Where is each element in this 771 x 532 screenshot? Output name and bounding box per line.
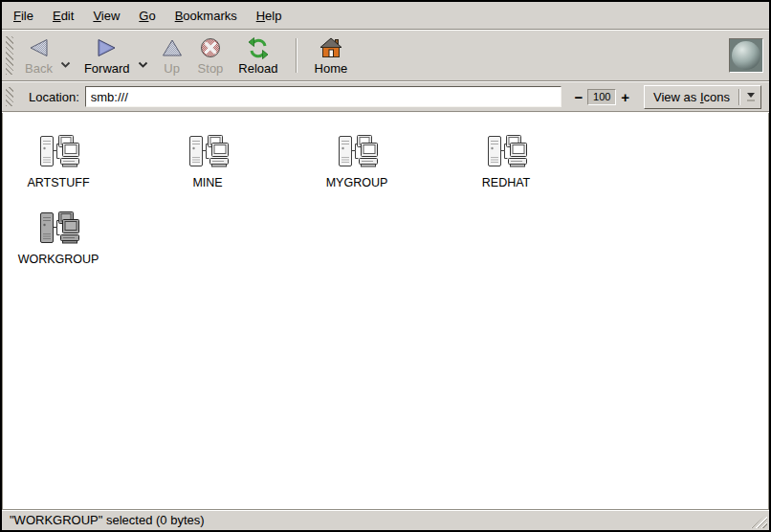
back-button[interactable]: Back — [17, 33, 60, 78]
menu-go[interactable]: Go — [129, 4, 165, 28]
toolbar-separator — [296, 38, 297, 73]
icon-row: ARTSTUFF MINE MYGROUP REDHAT — [11, 134, 768, 211]
toolbar-grip-handle[interactable] — [6, 36, 13, 75]
workgroup-item-mygroup[interactable]: MYGROUP — [309, 134, 405, 211]
file-manager-window: File Edit View Go Bookmarks Help Back Fo… — [0, 0, 771, 532]
network-workgroup-icon — [35, 134, 81, 172]
location-bar: Location: − 100 + View as Icons — [2, 82, 769, 111]
zoom-level-display: 100 — [587, 89, 616, 105]
globe-throbber-icon — [729, 38, 763, 73]
menu-view[interactable]: View — [83, 4, 129, 28]
location-input[interactable] — [85, 86, 562, 107]
forward-arrow-icon — [97, 36, 118, 59]
workgroup-item-mine[interactable]: MINE — [160, 134, 255, 211]
network-workgroup-icon — [483, 134, 529, 172]
workgroup-item-artstuff[interactable]: ARTSTUFF — [11, 134, 106, 211]
view-mode-dropdown[interactable]: View as Icons — [644, 85, 761, 109]
network-workgroup-icon — [35, 211, 81, 249]
forward-button[interactable]: Forward — [77, 33, 138, 78]
menu-edit[interactable]: Edit — [43, 4, 83, 28]
up-arrow-icon — [162, 36, 183, 59]
home-button[interactable]: Home — [307, 33, 356, 78]
workgroup-item-redhat[interactable]: REDHAT — [458, 134, 554, 211]
stop-icon — [200, 36, 221, 59]
status-text: "WORKGROUP" selected (0 bytes) — [10, 513, 205, 527]
forward-history-chevron-icon[interactable] — [138, 61, 148, 68]
icon-view[interactable]: ARTSTUFF MINE MYGROUP REDHAT WORKGROUP — [2, 113, 769, 509]
network-workgroup-icon — [334, 134, 380, 172]
menu-bar: File Edit View Go Bookmarks Help — [2, 2, 769, 29]
reload-button[interactable]: Reload — [231, 33, 285, 78]
resize-grip-handle[interactable] — [751, 514, 767, 528]
workgroup-item-workgroup[interactable]: WORKGROUP — [11, 211, 106, 287]
stop-button[interactable]: Stop — [190, 33, 231, 78]
dropdown-arrow-icon — [745, 93, 760, 101]
menu-file[interactable]: File — [4, 4, 43, 28]
dropdown-separator — [738, 89, 740, 105]
toolbar: Back Forward Up — [2, 31, 769, 80]
up-button[interactable]: Up — [154, 33, 190, 78]
reload-icon — [247, 36, 270, 59]
status-bar: "WORKGROUP" selected (0 bytes) — [2, 509, 769, 530]
icon-row: WORKGROUP — [11, 211, 768, 287]
back-arrow-icon — [28, 36, 49, 59]
zoom-out-button[interactable]: − — [569, 89, 587, 105]
view-mode-label: View as Icons — [653, 90, 730, 104]
location-bar-grip-handle[interactable] — [6, 87, 13, 106]
zoom-in-button[interactable]: + — [616, 89, 634, 105]
menu-bookmarks[interactable]: Bookmarks — [165, 4, 247, 28]
location-label: Location: — [29, 90, 79, 104]
home-icon — [319, 36, 342, 59]
network-workgroup-icon — [185, 134, 231, 172]
menu-help[interactable]: Help — [247, 4, 292, 28]
back-history-chevron-icon[interactable] — [60, 61, 71, 68]
